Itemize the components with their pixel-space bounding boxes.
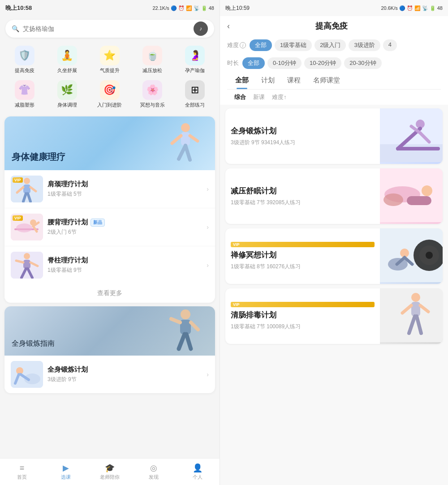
plan-item[interactable]: VIP 肩颈理疗计划 1级零基础 5节 › (4, 170, 215, 208)
vip-badge: VIP (13, 215, 23, 221)
category-label-posture: 气质提升 (100, 67, 120, 74)
nav-item-discover[interactable]: ◎ 发现 (132, 460, 176, 483)
plan-info: 腰背理疗计划 新品 2级入门 6节 (43, 218, 207, 236)
category-item-immunity[interactable]: 🛡️ 提高免疫 (4, 43, 45, 77)
nav-label-discover: 发现 (149, 474, 159, 481)
difficulty-filter-row: 难度 i 全部1级零基础2级入门3级进阶4 (227, 36, 441, 54)
vip-badge: VIP (13, 177, 23, 183)
difficulty-chip-3[interactable]: 3级进阶 (349, 39, 380, 51)
plan-thumb (11, 252, 43, 279)
course-card[interactable]: 全身锻炼计划 3级进阶 9节 934194人练习 (225, 108, 443, 164)
category-icon-all: ⊞ (185, 80, 205, 100)
course-card[interactable]: VIP 清肠排毒计划 1级零基础 7节 100089人练习 (225, 288, 443, 344)
back-button[interactable]: ‹ (227, 21, 230, 31)
right-panel: 晚上10:59 20.6K/s 🔵 ⏰ 📶 📡 🔋 48 ‹ 提高免疫 难度 i… (220, 0, 448, 485)
plan-item[interactable]: VIP 腰背理疗计划 新品 2级入门 6节 › (4, 208, 215, 246)
nav-icon-profile: 👤 (193, 463, 202, 473)
svg-line-29 (191, 322, 198, 330)
nav-item-teacher[interactable]: 🎓 老师陪你 (88, 460, 132, 483)
svg-line-30 (179, 334, 185, 349)
left-status-bar: 晚上10:58 22.1K/s 🔵 ⏰ 📶 📡 🔋 48 (0, 0, 220, 16)
svg-line-28 (171, 319, 180, 322)
course-thumb (380, 168, 443, 224)
bluetooth-icon: 🔵 (171, 5, 177, 11)
nav-label-courses: 选课 (61, 474, 71, 481)
nav-icon-home: ≡ (20, 464, 25, 473)
left-scroll-content: 身体健康理疗 VIP 肩颈理疗计划 (0, 113, 220, 458)
category-item-meditation[interactable]: 🌸 冥想与音乐 (132, 77, 173, 111)
arrow-icon: › (207, 223, 209, 231)
course-list: 全身锻炼计划 3级进阶 9节 934194人练习 减压舒眠计划 1级零基础 7节… (220, 105, 448, 485)
plan-meta: 3级进阶 9节 (47, 376, 202, 383)
sub-tab-0[interactable]: 综合 (234, 93, 246, 101)
duration-chip-2[interactable]: 10-20分钟 (304, 57, 341, 69)
course-meta: 3级进阶 9节 934194人练习 (231, 139, 375, 146)
difficulty-label: 难度 i (227, 41, 246, 49)
nav-item-profile[interactable]: 👤 个人 (176, 460, 220, 483)
left-time: 晚上10:58 (5, 4, 32, 12)
course-thumb (380, 288, 443, 344)
difficulty-chip-0[interactable]: 全部 (250, 39, 272, 51)
plan-info: 脊柱理疗计划 1级零基础 9节 (43, 256, 207, 274)
category-grid: 🛡️ 提高免疫 🧘 久坐舒展 ⭐ 气质提升 🍵 减压放松 🤰 孕产瑜伽 👚 减脂… (0, 41, 220, 113)
category-label-slimming: 减脂塑形 (15, 102, 34, 108)
plan-item[interactable]: 全身锻炼计划 3级进阶 9节 › (4, 356, 215, 393)
category-label-immunity: 提高免疫 (15, 67, 34, 74)
duration-chip-1[interactable]: 0-10分钟 (267, 57, 302, 69)
right-battery-level: 48 (437, 5, 443, 11)
category-item-prenatal[interactable]: 🤰 孕产瑜伽 (174, 43, 216, 77)
course-card[interactable]: 减压舒眠计划 1级零基础 7节 392085人练习 (225, 168, 443, 224)
difficulty-chip-4[interactable]: 4 (383, 39, 397, 51)
course-card[interactable]: VIP 禅修冥想计划 1级零基础 8节 160276人练习 (225, 228, 443, 284)
category-item-relax[interactable]: 🍵 减压放松 (132, 43, 173, 77)
sub-tab-2[interactable]: 难度↑ (272, 93, 287, 101)
plan-thumb: VIP (11, 176, 43, 202)
search-input[interactable] (23, 25, 190, 32)
duration-chip-0[interactable]: 全部 (242, 57, 265, 69)
search-bar[interactable]: 🔍 ♪ (5, 20, 214, 38)
see-more-button[interactable]: 查看更多 (4, 284, 215, 303)
category-item-slimming[interactable]: 👚 减脂塑形 (4, 77, 45, 111)
main-tab-bar: 全部计划课程名师课堂 (227, 72, 441, 90)
hero-yoga-figure (161, 119, 201, 168)
svg-point-26 (181, 309, 190, 319)
plan-item[interactable]: 脊柱理疗计划 1级零基础 9节 › (4, 246, 215, 284)
course-name: 禅修冥想计划 (231, 250, 375, 260)
category-item-progressive[interactable]: 🎯 入门到进阶 (89, 77, 130, 111)
section2-title: 全身锻炼指南 (12, 339, 55, 348)
nav-item-home[interactable]: ≡ 首页 (0, 461, 44, 483)
svg-rect-8 (23, 185, 30, 193)
course-info: 全身锻炼计划 3级进阶 9节 934194人练习 (225, 108, 380, 164)
difficulty-chip-1[interactable]: 1级零基础 (275, 39, 312, 51)
category-item-posture[interactable]: ⭐ 气质提升 (89, 43, 130, 77)
plan-name: 脊柱理疗计划 (47, 256, 202, 265)
category-label-prenatal: 孕产瑜伽 (185, 67, 205, 74)
svg-rect-21 (23, 260, 30, 269)
tab-全部[interactable]: 全部 (229, 72, 255, 89)
duration-chip-3[interactable]: 20-30分钟 (344, 57, 381, 69)
plan-list: VIP 肩颈理疗计划 1级零基础 5节 › VIP 腰背理疗计划 新品 2级入门… (4, 170, 215, 284)
avatar[interactable]: ♪ (194, 21, 208, 36)
battery-level: 48 (209, 5, 214, 11)
tab-课程[interactable]: 课程 (281, 72, 307, 89)
svg-rect-1 (181, 132, 190, 146)
course-thumb (380, 108, 443, 164)
category-item-all[interactable]: ⊞ 全部练习 (174, 77, 216, 111)
course-thumb-inner (380, 108, 443, 164)
tab-计划[interactable]: 计划 (255, 72, 281, 89)
difficulty-chip-2[interactable]: 2级入门 (314, 39, 346, 51)
svg-line-3 (190, 136, 198, 141)
category-icon-posture: ⭐ (100, 46, 120, 65)
tab-名师课堂[interactable]: 名师课堂 (307, 72, 346, 89)
nav-icon-teacher: 🎓 (105, 463, 115, 473)
sub-tab-1[interactable]: 新课 (253, 93, 265, 101)
left-status-icons: 22.1K/s 🔵 ⏰ 📶 📡 🔋 48 (152, 5, 214, 11)
category-item-stretch[interactable]: 🧘 久坐舒展 (46, 43, 88, 77)
info-icon[interactable]: i (240, 42, 246, 48)
plan-info: 全身锻炼计划 3级进阶 9节 (43, 365, 207, 383)
category-item-body[interactable]: 🌿 身体调理 (46, 77, 88, 111)
nav-item-courses[interactable]: ▶ 选课 (44, 460, 88, 483)
plan-name: 肩颈理疗计划 (47, 180, 202, 189)
right-battery-icon: 🔋 (430, 5, 436, 11)
bottom-nav: ≡ 首页 ▶ 选课 🎓 老师陪你 ◎ 发现 👤 个人 (0, 458, 220, 485)
